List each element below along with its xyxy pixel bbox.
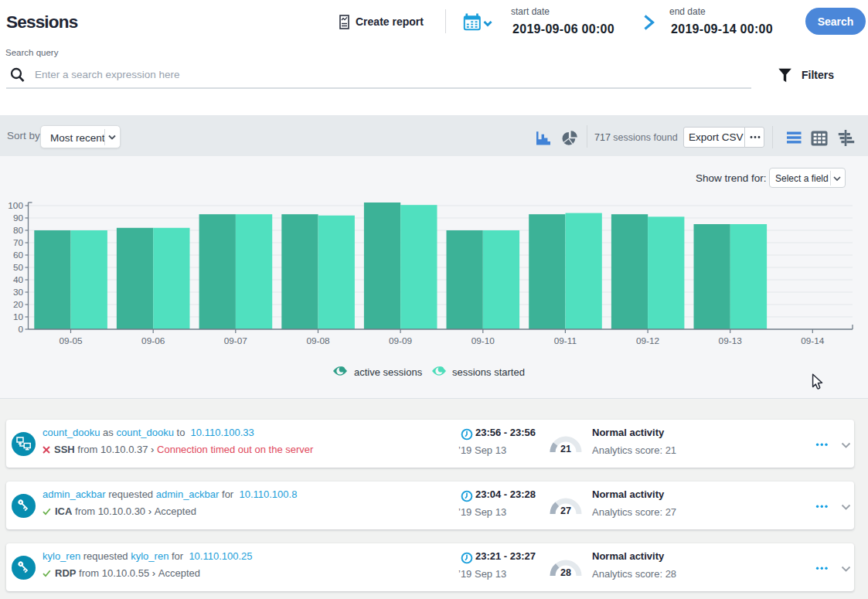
svg-text:90: 90 bbox=[13, 213, 24, 223]
svg-text:09-13: 09-13 bbox=[719, 335, 743, 346]
svg-text:50: 50 bbox=[13, 262, 24, 273]
svg-text:20: 20 bbox=[13, 299, 24, 310]
svg-text:0: 0 bbox=[18, 324, 23, 335]
svg-text:30: 30 bbox=[13, 287, 24, 298]
svg-text:09-05: 09-05 bbox=[59, 335, 83, 346]
svg-text:60: 60 bbox=[13, 250, 24, 260]
svg-text:21: 21 bbox=[560, 444, 571, 454]
svg-text:10: 10 bbox=[13, 311, 24, 322]
svg-text:09-08: 09-08 bbox=[306, 335, 330, 346]
svg-text:28: 28 bbox=[560, 567, 571, 578]
svg-text:09-11: 09-11 bbox=[554, 335, 577, 346]
svg-text:100: 100 bbox=[8, 200, 23, 211]
svg-text:27: 27 bbox=[560, 505, 571, 516]
svg-text:70: 70 bbox=[13, 237, 24, 248]
svg-text:40: 40 bbox=[13, 274, 24, 285]
svg-text:09-09: 09-09 bbox=[389, 335, 412, 346]
svg-text:80: 80 bbox=[13, 225, 24, 236]
svg-text:09-07: 09-07 bbox=[224, 335, 247, 346]
svg-text:09-14: 09-14 bbox=[801, 335, 825, 346]
svg-text:09-12: 09-12 bbox=[636, 335, 659, 346]
svg-text:09-10: 09-10 bbox=[471, 335, 495, 346]
svg-text:09-06: 09-06 bbox=[141, 335, 165, 346]
